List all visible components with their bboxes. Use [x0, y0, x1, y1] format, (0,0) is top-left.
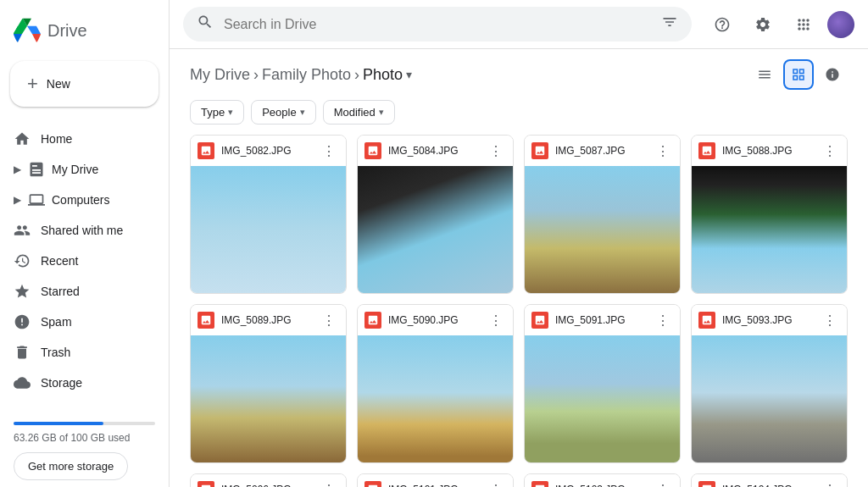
expand-icon-computers: ▶ — [14, 194, 21, 206]
avatar[interactable] — [827, 11, 854, 38]
photo-item[interactable]: IMG_5096.JPG ⋮ — [190, 473, 347, 487]
file-name: IMG_5103.JPG — [555, 484, 646, 487]
google-drive-logo-icon — [14, 17, 41, 44]
type-filter[interactable]: Type ▾ — [190, 100, 244, 125]
file-name: IMG_5088.JPG — [722, 145, 813, 157]
file-name: IMG_5101.JPG — [388, 484, 479, 487]
people-filter[interactable]: People ▾ — [251, 100, 315, 125]
photo-header: IMG_5084.JPG ⋮ — [358, 136, 513, 166]
photo-more-button[interactable]: ⋮ — [486, 310, 506, 330]
photo-more-button[interactable]: ⋮ — [319, 479, 339, 487]
sidebar-item-starred[interactable]: Starred — [0, 276, 159, 307]
photo-more-button[interactable]: ⋮ — [486, 479, 506, 487]
breadcrumb-family-photo[interactable]: Family Photo — [262, 66, 351, 84]
topbar — [170, 0, 868, 49]
sidebar-item-trash[interactable]: Trash — [0, 337, 159, 368]
sidebar-label-storage: Storage — [41, 376, 82, 390]
photo-thumbnail — [525, 166, 680, 293]
sidebar-item-shared[interactable]: Shared with me — [0, 215, 159, 246]
view-details-button[interactable] — [817, 59, 848, 90]
photo-more-button[interactable]: ⋮ — [820, 310, 840, 330]
file-icon — [698, 481, 715, 487]
photo-item[interactable]: IMG_5104.JPG ⋮ — [691, 473, 848, 487]
sidebar-item-home[interactable]: Home — [0, 124, 159, 154]
photo-more-button[interactable]: ⋮ — [820, 141, 840, 161]
storage-bar-fill — [14, 422, 103, 425]
filter-options-icon[interactable] — [661, 14, 678, 35]
breadcrumb-sep-1: › — [253, 66, 259, 84]
photo-header: IMG_5096.JPG ⋮ — [191, 474, 346, 487]
list-view-button[interactable] — [749, 59, 780, 90]
file-icon — [364, 142, 381, 159]
sidebar: Drive + New Home ▶ My Drive ▶ Computers — [0, 0, 170, 487]
photo-item[interactable]: IMG_5082.JPG ⋮ — [190, 135, 347, 294]
file-icon — [364, 312, 381, 329]
file-name: IMG_5089.JPG — [221, 314, 312, 326]
sidebar-label-home: Home — [41, 132, 72, 146]
file-icon — [198, 481, 214, 487]
photo-item[interactable]: IMG_5101.JPG ⋮ — [357, 473, 514, 487]
photo-item[interactable]: IMG_5088.JPG ⋮ — [691, 135, 848, 294]
grid-view-button[interactable] — [783, 59, 814, 90]
photo-item[interactable]: IMG_5090.JPG ⋮ — [357, 304, 514, 463]
settings-button[interactable] — [746, 8, 780, 42]
storage-section: 63.26 GB of 100 GB used Get more storage — [0, 401, 169, 487]
modified-filter-label: Modified — [334, 106, 376, 119]
photo-item[interactable]: IMG_5091.JPG ⋮ — [524, 304, 681, 463]
photo-header: IMG_5103.JPG ⋮ — [525, 474, 680, 487]
photo-more-button[interactable]: ⋮ — [486, 141, 506, 161]
search-input[interactable] — [224, 17, 651, 32]
modified-filter[interactable]: Modified ▾ — [323, 100, 395, 125]
photo-item[interactable]: IMG_5103.JPG ⋮ — [524, 473, 681, 487]
new-button[interactable]: + New — [10, 61, 159, 107]
search-bar[interactable] — [183, 7, 692, 42]
modified-filter-arrow: ▾ — [379, 107, 384, 118]
plus-icon: + — [27, 73, 38, 95]
photo-thumbnail — [191, 166, 346, 293]
new-button-label: New — [47, 77, 70, 91]
sidebar-label-trash: Trash — [41, 346, 70, 359]
photo-more-button[interactable]: ⋮ — [653, 479, 673, 487]
photo-more-button[interactable]: ⋮ — [319, 310, 339, 330]
get-more-storage-button[interactable]: Get more storage — [14, 452, 128, 480]
trash-icon — [14, 344, 31, 361]
photo-item[interactable]: IMG_5089.JPG ⋮ — [190, 304, 347, 463]
sidebar-item-computers[interactable]: ▶ Computers — [0, 185, 159, 215]
google-apps-button[interactable] — [787, 8, 821, 42]
file-icon — [198, 142, 214, 159]
sidebar-label-computers: Computers — [52, 193, 109, 207]
file-name: IMG_5082.JPG — [221, 145, 312, 157]
shared-icon — [14, 222, 31, 239]
file-icon — [198, 312, 214, 329]
photo-item[interactable]: IMG_5087.JPG ⋮ — [524, 135, 681, 294]
breadcrumb-current[interactable]: Photo ▾ — [363, 66, 412, 84]
spam-icon — [14, 313, 31, 330]
photo-header: IMG_5082.JPG ⋮ — [191, 136, 346, 166]
photo-more-button[interactable]: ⋮ — [319, 141, 339, 161]
photo-header: IMG_5101.JPG ⋮ — [358, 474, 513, 487]
sidebar-item-storage[interactable]: Storage — [0, 368, 159, 398]
file-icon — [698, 142, 715, 159]
photo-thumbnail — [191, 335, 346, 462]
file-name: IMG_5084.JPG — [388, 145, 479, 157]
photo-thumbnail — [692, 335, 847, 462]
photo-header: IMG_5089.JPG ⋮ — [191, 305, 346, 335]
file-name: IMG_5087.JPG — [555, 145, 646, 157]
sidebar-item-spam[interactable]: Spam — [0, 307, 159, 337]
breadcrumb-my-drive[interactable]: My Drive — [190, 66, 250, 84]
photo-item[interactable]: IMG_5084.JPG ⋮ — [357, 135, 514, 294]
photo-more-button[interactable]: ⋮ — [653, 141, 673, 161]
photo-item[interactable]: IMG_5093.JPG ⋮ — [691, 304, 848, 463]
sidebar-item-recent[interactable]: Recent — [0, 246, 159, 276]
file-icon — [531, 312, 548, 329]
photo-thumbnail — [525, 335, 680, 462]
photo-more-button[interactable]: ⋮ — [820, 479, 840, 487]
google-apps-support-button[interactable] — [705, 8, 739, 42]
nav-section: Home ▶ My Drive ▶ Computers Shared with … — [0, 124, 169, 398]
photo-thumbnail — [358, 335, 513, 462]
photo-more-button[interactable]: ⋮ — [653, 310, 673, 330]
sidebar-item-my-drive[interactable]: ▶ My Drive — [0, 154, 159, 185]
photo-thumbnail — [358, 166, 513, 293]
photo-grid: IMG_5082.JPG ⋮ IMG_5084.JPG ⋮ IMG_5087.J… — [190, 135, 848, 487]
filters-bar: Type ▾ People ▾ Modified ▾ — [170, 97, 868, 135]
